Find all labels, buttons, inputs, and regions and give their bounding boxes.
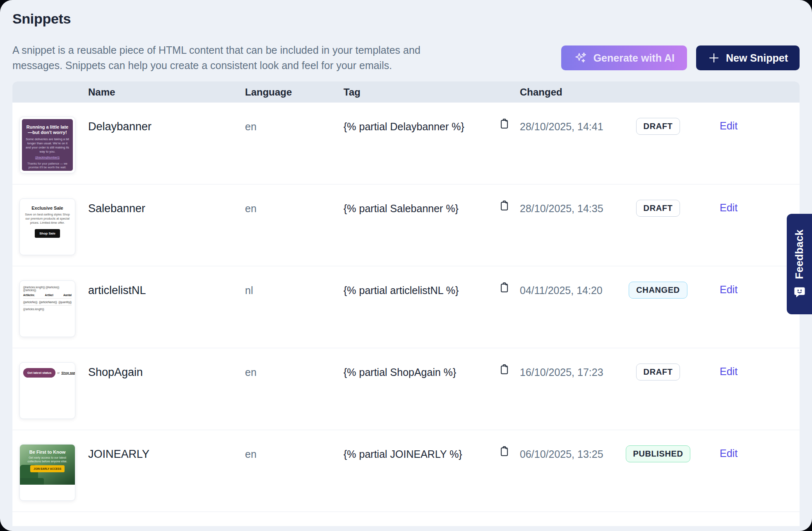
- articlelist-value: {{quantity}}: [59, 301, 72, 304]
- joinearly-image: Be First to Know Get early access to our…: [20, 445, 75, 485]
- snippet-name: Delaybanner: [88, 103, 245, 184]
- copy-icon: [498, 117, 510, 130]
- status-cell: PUBLISHED: [608, 430, 708, 512]
- snippet-language: en: [245, 103, 344, 184]
- page-description: A snippet is a reusable piece of HTML co…: [12, 43, 461, 73]
- copy-tag-cell: [495, 184, 520, 266]
- edit-link[interactable]: Edit: [720, 366, 738, 377]
- copy-tag-button[interactable]: [498, 363, 510, 376]
- copy-tag-button[interactable]: [498, 281, 510, 294]
- copy-tag-cell: [495, 348, 520, 430]
- joinearly-body: Get early access to our latest collectio…: [22, 456, 72, 463]
- page-title: Snippets: [12, 11, 800, 27]
- feedback-label: Feedback: [793, 230, 806, 279]
- thumbnail-joinearly: Be First to Know Get early access to our…: [20, 445, 75, 500]
- status-cell: DRAFT: [608, 348, 708, 430]
- new-snippet-label: New Snippet: [726, 52, 788, 64]
- edit-link[interactable]: Edit: [720, 284, 738, 295]
- sale-banner-title: Exclusive Sale: [24, 206, 71, 210]
- status-cell: DRAFT: [608, 103, 708, 184]
- articlelist-header-row: Artikelnr. Artikel Aantal: [23, 294, 72, 299]
- snippet-language: en: [245, 184, 344, 266]
- snippet-tag: {% partial articlelistNL %}: [344, 266, 495, 348]
- shopagain-link: Shop again: [61, 371, 75, 375]
- copy-tag-cell: [495, 103, 520, 184]
- articlelist-header: Aantal: [63, 294, 72, 297]
- snippet-language: en: [245, 348, 344, 430]
- joinearly-button: JOIN EARLY ACCESS: [30, 465, 65, 472]
- snippet-tag: {% partial JOINEARLY %}: [344, 430, 495, 512]
- snippet-name: ShopAgain: [88, 348, 245, 430]
- articlelist-header: Artikelnr.: [23, 294, 35, 297]
- table-body: Running a little late—but don't worry! S…: [12, 103, 800, 512]
- status-cell: DRAFT: [608, 184, 708, 266]
- snippets-table: Name Language Tag Changed Running a litt…: [12, 81, 800, 526]
- snippet-thumbnail: Exclusive Sale Save on best-selling styl…: [19, 199, 75, 255]
- edit-link[interactable]: Edit: [720, 447, 738, 459]
- copy-tag-cell: [495, 266, 520, 348]
- snippet-thumbnail: Be First to Know Get early access to our…: [19, 444, 75, 501]
- delay-banner-body: Some deliveries are taking a bit longer …: [25, 137, 70, 154]
- status-badge: CHANGED: [629, 282, 687, 299]
- column-header-tag: Tag: [344, 86, 495, 98]
- snippet-changed: 06/10/2025, 13:25: [520, 430, 608, 512]
- table-row: Be First to Know Get early access to our…: [12, 430, 800, 512]
- edit-cell: Edit: [708, 184, 800, 266]
- feedback-tab[interactable]: Feedback: [787, 214, 812, 314]
- shopagain-or-text: or: [57, 371, 60, 374]
- edit-cell: Edit: [708, 348, 800, 430]
- snippet-name: JOINEARLY: [88, 430, 245, 512]
- sale-banner-button: Shop Sale: [35, 229, 60, 238]
- generate-with-ai-label: Generate with AI: [593, 52, 675, 64]
- articlelist-template-open: {{#articles.length}} {{#articles}} {{/ar…: [23, 286, 72, 292]
- snippet-changed: 28/10/2025, 14:35: [520, 184, 608, 266]
- page-header: Snippets A snippet is a reusable piece o…: [0, 0, 812, 73]
- status-badge: DRAFT: [636, 364, 680, 380]
- edit-cell: Edit: [708, 430, 800, 512]
- edit-cell: Edit: [708, 266, 800, 348]
- shopagain-row: Get latest status or Shop again: [23, 368, 72, 378]
- thumbnail-shopagain: Get latest status or Shop again: [20, 363, 75, 419]
- copy-tag-button[interactable]: [498, 199, 510, 212]
- copy-icon: [498, 199, 510, 212]
- snippet-thumbnail: Running a little late—but don't worry! S…: [19, 117, 75, 173]
- snippet-changed: 28/10/2025, 14:41: [520, 103, 608, 184]
- edit-cell: Edit: [708, 103, 800, 184]
- status-badge: DRAFT: [636, 118, 680, 135]
- table-header-row: Name Language Tag Changed: [12, 81, 800, 103]
- articlelist-value-row: {{articleNo}} {{articleName}} {{quantity…: [23, 301, 72, 306]
- articlelist-template-close: {{/articles.length}}: [23, 308, 72, 311]
- snippet-name: articlelistNL: [88, 266, 245, 348]
- feedback-smiley-icon: [793, 285, 806, 299]
- status-cell: CHANGED: [608, 266, 708, 348]
- thumbnail-cell: Be First to Know Get early access to our…: [12, 430, 88, 512]
- articlelist-header: Artikel: [45, 294, 53, 297]
- thumbnail-sale-banner: Exclusive Sale Save on best-selling styl…: [20, 199, 75, 255]
- copy-tag-cell: [495, 430, 520, 512]
- delay-banner-title: Running a little late—but don't worry!: [25, 124, 70, 135]
- edit-link[interactable]: Edit: [720, 120, 738, 132]
- sale-banner-body: Save on best-selling styles Shop our pre…: [24, 213, 71, 225]
- copy-icon: [498, 445, 510, 457]
- thumbnail-articlelist: {{#articles.length}} {{#articles}} {{/ar…: [20, 281, 75, 337]
- table-row: Exclusive Sale Save on best-selling styl…: [12, 184, 800, 266]
- status-badge: DRAFT: [636, 200, 680, 217]
- table-row: Get latest status or Shop again ShopAgai…: [12, 348, 800, 430]
- articlelist-value: {{articleName}}: [39, 301, 57, 304]
- edit-link[interactable]: Edit: [720, 202, 738, 213]
- articlelist-value: {{articleNo}}: [23, 301, 37, 304]
- thumbnail-delay-banner: Running a little late—but don't worry! S…: [20, 117, 75, 173]
- thumbnail-cell: {{#articles.length}} {{#articles}} {{/ar…: [12, 266, 88, 348]
- thumbnail-cell: Exclusive Sale Save on best-selling styl…: [12, 184, 88, 266]
- copy-tag-button[interactable]: [498, 445, 510, 457]
- thumbnail-cell: Get latest status or Shop again: [12, 348, 88, 430]
- generate-with-ai-button[interactable]: Generate with AI: [561, 45, 687, 70]
- snippet-name: Salebanner: [88, 184, 245, 266]
- header-actions: Generate with AI New Snippet: [561, 45, 800, 70]
- copy-icon: [498, 281, 510, 294]
- table-row: {{#articles.length}} {{#articles}} {{/ar…: [12, 266, 800, 348]
- copy-tag-button[interactable]: [498, 117, 510, 130]
- snippet-changed: 16/10/2025, 17:23: [520, 348, 608, 430]
- new-snippet-button[interactable]: New Snippet: [696, 45, 800, 70]
- snippets-page: Snippets A snippet is a reusable piece o…: [0, 0, 812, 531]
